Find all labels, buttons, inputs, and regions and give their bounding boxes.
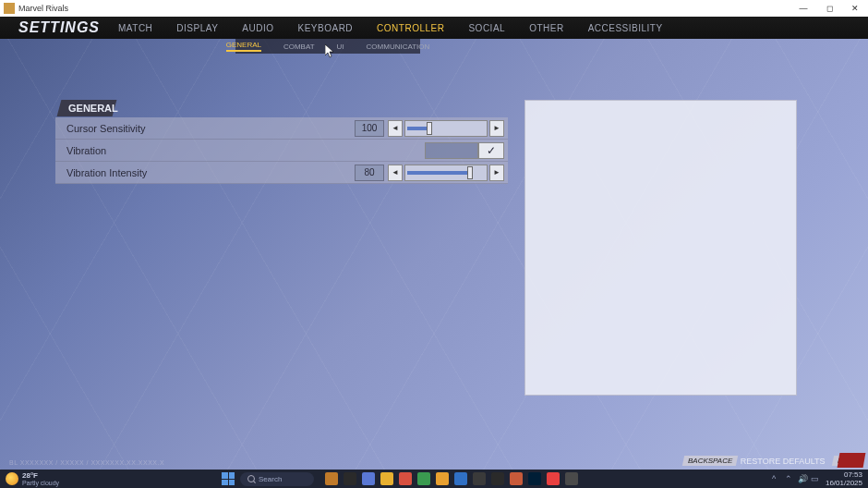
taskbar-app-6[interactable] <box>436 472 449 485</box>
windows-taskbar: 28°F Partly cloudy Search ^ ⌃ 🔊 ▭ 07:53 … <box>0 470 868 488</box>
tab-display[interactable]: DISPLAY <box>176 23 218 33</box>
hint-restore-defaults[interactable]: BACKSPACE RESTORE DEFAULTS <box>683 456 826 466</box>
main-tabs: MATCHDISPLAYAUDIOKEYBOARDCONTROLLERSOCIA… <box>118 23 663 33</box>
row-vibration: Vibration ✓ <box>55 140 508 162</box>
toggle-vibration[interactable]: ✓ <box>425 142 504 159</box>
tray-icons[interactable]: ^ ⌃ 🔊 ▭ <box>772 474 820 483</box>
taskbar-app-9[interactable] <box>491 472 504 485</box>
slider-cursor-sensitivity[interactable] <box>404 120 488 137</box>
window-title: Marvel Rivals <box>18 4 68 13</box>
start-button[interactable] <box>222 472 235 485</box>
tab-audio[interactable]: AUDIO <box>242 23 273 33</box>
chevron-up-icon: ^ <box>772 474 781 483</box>
taskbar-app-12[interactable] <box>547 472 560 485</box>
increase-intensity-button[interactable]: ► <box>489 165 504 181</box>
sub-tabs: GENERALCOMBATUICOMMUNICATION <box>235 39 420 54</box>
settings-title: SETTINGS <box>0 19 118 36</box>
volume-icon: 🔊 <box>798 474 807 483</box>
game-viewport: SETTINGS MATCHDISPLAYAUDIOKEYBOARDCONTRO… <box>0 17 868 470</box>
taskbar-app-13[interactable] <box>565 472 578 485</box>
taskbar-app-5[interactable] <box>417 472 430 485</box>
subtab-general[interactable]: GENERAL <box>226 41 261 52</box>
taskbar-app-3[interactable] <box>380 472 393 485</box>
check-icon: ✓ <box>478 142 504 159</box>
label-vibration-intensity: Vibration Intensity <box>66 167 355 178</box>
taskbar-app-0[interactable] <box>325 472 338 485</box>
clock[interactable]: 07:53 16/01/2025 <box>826 470 862 487</box>
subtab-communication[interactable]: COMMUNICATION <box>367 43 430 51</box>
subtab-ui[interactable]: UI <box>337 43 344 51</box>
corner-badge <box>838 453 866 468</box>
weather-widget[interactable]: 28°F Partly cloudy <box>0 471 59 486</box>
taskbar-app-4[interactable] <box>399 472 412 485</box>
increase-cursor-button[interactable]: ► <box>489 120 504 137</box>
settings-header: SETTINGS MATCHDISPLAYAUDIOKEYBOARDCONTRO… <box>0 17 868 39</box>
taskbar-app-1[interactable] <box>344 472 356 485</box>
taskbar-app-2[interactable] <box>362 472 375 485</box>
decrease-cursor-button[interactable]: ◄ <box>388 120 403 137</box>
row-cursor-sensitivity: Cursor Sensitivity 100 ◄ ► <box>55 117 508 140</box>
minimize-button[interactable]: ― <box>790 4 816 13</box>
value-cursor-sensitivity: 100 <box>355 120 384 137</box>
settings-panel: GENERAL Cursor Sensitivity 100 ◄ ► Vibra… <box>55 100 508 396</box>
button-hints: BACKSPACE RESTORE DEFAULTS ESC <box>683 456 857 466</box>
taskbar-search[interactable]: Search <box>240 472 314 486</box>
slider-vibration-intensity[interactable] <box>404 165 488 181</box>
search-icon <box>247 475 255 482</box>
row-vibration-intensity: Vibration Intensity 80 ◄ ► <box>55 162 508 184</box>
tab-match[interactable]: MATCH <box>118 23 152 33</box>
taskbar-app-8[interactable] <box>473 472 486 485</box>
tab-controller[interactable]: CONTROLLER <box>377 23 444 33</box>
label-vibration: Vibration <box>66 145 425 156</box>
tab-accessibility[interactable]: ACCESSIBILITY <box>588 23 663 33</box>
subtab-combat[interactable]: COMBAT <box>283 43 315 51</box>
weather-icon <box>6 472 18 485</box>
decrease-intensity-button[interactable]: ◄ <box>388 165 403 181</box>
window-titlebar: Marvel Rivals ― ◻ ✕ <box>0 0 868 17</box>
label-cursor-sensitivity: Cursor Sensitivity <box>66 123 355 134</box>
close-button[interactable]: ✕ <box>842 4 868 13</box>
tab-social[interactable]: SOCIAL <box>468 23 505 33</box>
battery-icon: ▭ <box>811 474 820 483</box>
description-panel <box>524 100 797 396</box>
wifi-icon: ⌃ <box>785 474 794 483</box>
maximize-button[interactable]: ◻ <box>816 4 842 13</box>
system-tray: ^ ⌃ 🔊 ▭ 07:53 16/01/2025 <box>772 470 862 487</box>
taskbar-app-10[interactable] <box>510 472 523 485</box>
taskbar-app-11[interactable] <box>528 472 541 485</box>
tab-keyboard[interactable]: KEYBOARD <box>298 23 354 33</box>
taskbar-apps <box>325 472 578 485</box>
app-icon <box>4 3 15 14</box>
build-info: BL XXXXXXX / XXXXX / XXXXXXX.XX.XXXX.X <box>9 459 164 466</box>
section-header: GENERAL <box>57 100 117 116</box>
value-vibration-intensity: 80 <box>355 165 384 181</box>
taskbar-app-7[interactable] <box>454 472 467 485</box>
tab-other[interactable]: OTHER <box>529 23 564 33</box>
